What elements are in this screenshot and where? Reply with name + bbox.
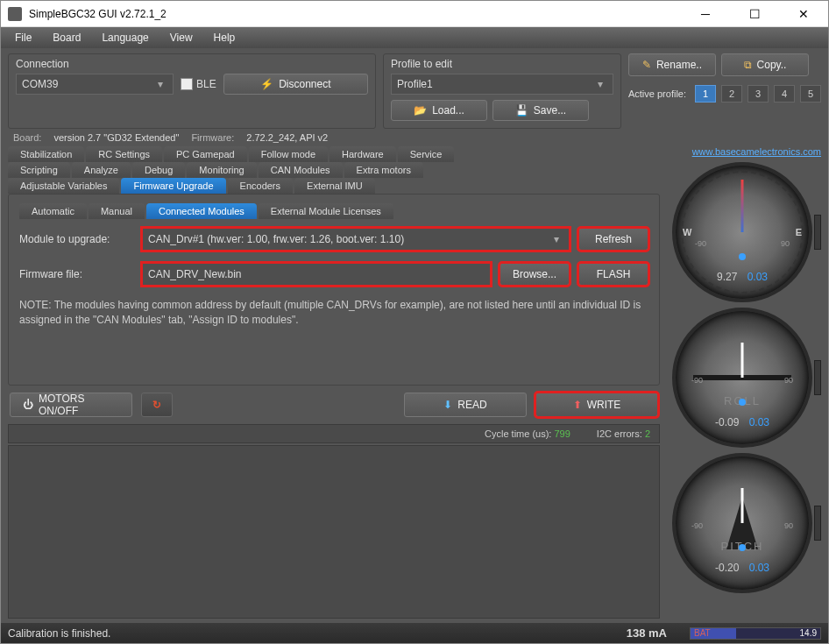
profile-slot-4[interactable]: 4 [774, 85, 795, 103]
tab-firmware-upgrade[interactable]: Firmware Upgrade [121, 178, 225, 194]
motors-button[interactable]: ⏻ MOTORS ON/OFF [10, 393, 132, 417]
tabs-row1: Stabilization RC Settings PC Gamepad Fol… [8, 146, 660, 162]
menu-view[interactable]: View [161, 29, 202, 46]
gauge-slider[interactable] [814, 360, 821, 395]
disconnect-button[interactable]: ⚡ Disconnect [223, 74, 368, 95]
tab-monitoring[interactable]: Monitoring [187, 162, 256, 178]
website-link[interactable]: www.basecamelectronics.com [692, 146, 821, 157]
subtab-connected-modules[interactable]: Connected Modules [146, 203, 257, 219]
load-button[interactable]: 📂 Load... [391, 100, 487, 121]
yaw-value-1: 9.27 [717, 271, 737, 283]
chevron-down-icon: ▾ [593, 78, 607, 90]
tab-extra-motors[interactable]: Extra motors [344, 162, 423, 178]
bat-label: BAT [694, 628, 711, 638]
power-icon: ⏻ [23, 399, 33, 411]
plug-icon: ⚡ [260, 78, 273, 90]
profile-slot-1[interactable]: 1 [695, 85, 716, 103]
flash-button[interactable]: FLASH [578, 263, 648, 286]
profile-slot-3[interactable]: 3 [748, 85, 769, 103]
bat-value: 14.9 [800, 628, 817, 638]
copy-icon: ⧉ [744, 59, 752, 71]
file-label: Firmware file: [19, 268, 133, 280]
copy-button[interactable]: ⧉ Copy.. [721, 53, 809, 76]
cycle-status-line: Cycle time (us): 799 I2C errors: 2 [8, 424, 660, 443]
profile-select[interactable]: Profile1 ▾ [391, 74, 613, 95]
tab-adjustable-variables[interactable]: Adjustable Variables [8, 178, 119, 194]
port-value: COM39 [22, 78, 58, 90]
tab-scripting[interactable]: Scripting [8, 162, 70, 178]
log-area [8, 445, 660, 619]
tab-follow-mode[interactable]: Follow mode [249, 146, 328, 162]
i2c-label: I2C errors: [597, 428, 642, 439]
tab-hardware[interactable]: Hardware [329, 146, 396, 162]
menu-board[interactable]: Board [44, 29, 89, 46]
cycle-value: 799 [554, 428, 570, 439]
write-button[interactable]: ⬆ WRITE [535, 393, 658, 417]
board-label: Board: [13, 132, 41, 143]
tab-can-modules[interactable]: CAN Modules [259, 162, 343, 178]
module-label: Module to upgrade: [19, 233, 133, 245]
profile-value: Profile1 [397, 78, 433, 90]
yaw-value-2: 0.03 [748, 271, 768, 283]
firmware-value: 2.72.2_242, API v2 [246, 132, 328, 143]
profile-slot-2[interactable]: 2 [721, 85, 742, 103]
subtabs: Automatic Manual Connected Modules Exter… [19, 203, 648, 219]
titlebar: SimpleBGC32 GUI v2.72.1_2 ─ ☐ ✕ [1, 1, 828, 27]
roll-value-1: -0.09 [715, 416, 739, 428]
current-reading: 138 mA [627, 626, 667, 640]
subtab-external-licenses[interactable]: External Module Licenses [259, 203, 393, 219]
menu-file[interactable]: File [6, 29, 40, 46]
board-value: version 2.7 "GD32 Extended" [53, 132, 179, 143]
menu-help[interactable]: Help [205, 29, 244, 46]
ble-label: BLE [196, 78, 216, 90]
port-select[interactable]: COM39 ▾ [16, 74, 174, 95]
module-select[interactable]: CAN_Drv#1 (hw.ver: 1.00, frw.ver: 1.26, … [142, 228, 570, 251]
maximize-button[interactable]: ☐ [737, 2, 772, 26]
reload-icon: ↻ [152, 399, 161, 411]
tab-service[interactable]: Service [398, 146, 455, 162]
footer-message: Calibration is finished. [8, 627, 110, 640]
tab-debug[interactable]: Debug [132, 162, 185, 178]
i2c-value: 2 [645, 428, 650, 439]
east-label: E [796, 227, 802, 237]
firmware-upgrade-pane: Automatic Manual Connected Modules Exter… [8, 194, 660, 386]
tab-pc-gamepad[interactable]: PC Gamepad [164, 146, 247, 162]
tab-analyze[interactable]: Analyze [72, 162, 131, 178]
active-profile-label: Active profile: [628, 88, 686, 99]
subtab-automatic[interactable]: Automatic [19, 203, 87, 219]
close-button[interactable]: ✕ [786, 2, 821, 26]
pitch-value-1: -0.20 [715, 562, 739, 574]
tab-rc-settings[interactable]: RC Settings [86, 146, 162, 162]
firmware-file-input[interactable] [142, 263, 491, 286]
subtab-manual[interactable]: Manual [89, 203, 145, 219]
footer: Calibration is finished. 138 mA BAT 14.9 [1, 622, 828, 643]
menu-language[interactable]: Language [93, 29, 157, 46]
save-button[interactable]: 💾 Save... [492, 100, 589, 121]
refresh-button[interactable]: Refresh [578, 228, 648, 251]
gauge-slider[interactable] [814, 215, 821, 250]
reload-button[interactable]: ↻ [141, 393, 173, 417]
board-status-row: Board: version 2.7 "GD32 Extended" Firmw… [1, 129, 828, 146]
window-title: SimpleBGC32 GUI v2.72.1_2 [29, 8, 688, 20]
app-icon [8, 7, 22, 21]
ble-checkbox[interactable]: BLE [181, 78, 216, 90]
tabs-row2: Scripting Analyze Debug Monitoring CAN M… [8, 162, 660, 178]
minimize-button[interactable]: ─ [688, 2, 723, 26]
browse-button[interactable]: Browse... [500, 263, 570, 286]
module-value: CAN_Drv#1 (hw.ver: 1.00, frw.ver: 1.26, … [148, 233, 404, 245]
battery-bar: BAT 14.9 [690, 627, 821, 640]
west-label: W [683, 227, 691, 237]
tab-stabilization[interactable]: Stabilization [8, 146, 84, 162]
tab-encoders[interactable]: Encoders [228, 178, 293, 194]
gauge-slider[interactable] [814, 506, 821, 541]
profile-title: Profile to edit [391, 58, 613, 70]
read-button[interactable]: ⬇ READ [404, 393, 527, 417]
rename-button[interactable]: ✎ Rename.. [628, 53, 716, 76]
chevron-down-icon: ▾ [549, 233, 563, 245]
pitch-gauge: -90 90 PITCH -0.20 0.03 [672, 453, 812, 593]
profile-slot-5[interactable]: 5 [800, 85, 821, 103]
folder-icon: 📂 [414, 104, 427, 117]
tab-external-imu[interactable]: External IMU [294, 178, 375, 194]
tabs-row3: Adjustable Variables Firmware Upgrade En… [8, 178, 660, 194]
disk-icon: 💾 [515, 104, 528, 117]
